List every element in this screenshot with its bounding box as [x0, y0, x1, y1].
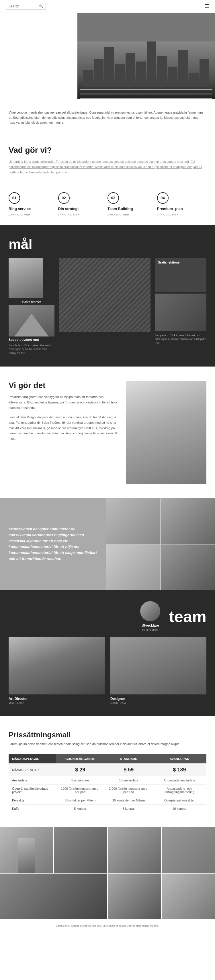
search-icon: 🔍 [39, 4, 43, 8]
team-name-1: Mike Larson [9, 702, 104, 705]
feature-title-1: Ring service [9, 207, 53, 211]
mal-col1: Bästa teamet Support dygnet runt Sample … [9, 258, 55, 355]
gallery-figure-1 [18, 838, 35, 873]
mal-col2 [59, 258, 151, 355]
price-row: MÅNADSPENGAR $ 29 $ 59 $ 139 [9, 764, 206, 776]
gallery-cell-7 [162, 873, 215, 919]
developer-role: Utvecklare [140, 624, 160, 627]
man-photo [9, 637, 104, 694]
feature-num-1: 01 [9, 192, 20, 204]
row2-v1: 1000 förfrågningssvar an o-per pod [56, 784, 105, 796]
feature-num-3: 03 [108, 192, 119, 204]
vad-title: Vad gör vi? [9, 146, 206, 155]
row4-v2: 8 koppar [105, 805, 152, 813]
pricing-col-2: STANDARD [105, 754, 152, 764]
vad-desc-text: Ut porttitor leo a diam sollicitudin. Tu… [9, 160, 202, 174]
team-section: Utvecklare Paul Hudson team Art Director… [0, 590, 215, 716]
gallery-cell-2 [54, 827, 107, 873]
feature-item-3: 03 Team Building LÄRA DIG MER [108, 192, 157, 216]
gallery-cell-5 [0, 873, 107, 919]
search-input[interactable] [8, 4, 39, 8]
pricing-col-1: GRUNDLÄGGANDE [56, 754, 105, 764]
feature-title-4: Premium -plan [157, 207, 201, 211]
mal-col3: Gratis lektioner Sample text. Click to s… [155, 258, 206, 355]
gratis-label: Gratis lektioner [158, 261, 204, 264]
row1-v2: 10 användare [105, 776, 152, 784]
collage-cell-3 [106, 544, 160, 590]
pricing-section: Prissättningsmall Lorem ipsum dolor sit … [0, 716, 215, 827]
price-val-3: $ 139 [152, 764, 206, 776]
collage-cell-4 [161, 544, 215, 590]
hero-image [77, 13, 215, 99]
team-header: Utvecklare Paul Hudson team [9, 601, 206, 632]
vi-title: Vi gör det [9, 381, 120, 390]
price-label: MÅNADSPENGAR [9, 764, 56, 776]
feature-title-3: Team Building [108, 207, 151, 211]
row1-v3: Anpassade användare [152, 776, 206, 784]
footer-gallery [0, 827, 215, 919]
row4-label: Kaffe [9, 805, 56, 813]
feature-link-2[interactable]: LÄRA DIG MER [58, 213, 102, 216]
row3-v1: 5 kontakter per Måern [56, 796, 105, 805]
team-members-row: Art Director Mike Larson Designer Nadin … [9, 637, 206, 705]
building [147, 41, 157, 87]
developer-info: Utvecklare Paul Hudson [140, 601, 160, 632]
team-role-1: Art Director [9, 697, 104, 701]
team-role-2: Designer [111, 697, 206, 701]
row2-label: Obegränsat återskyddade projekt [9, 784, 56, 796]
building [199, 59, 209, 87]
collage-left: Professionell designer kombinerar de kon… [0, 498, 106, 590]
row3-v2: 25 kontakter per Måern [105, 796, 152, 805]
pricing-col-label: MÅNADSPENGAR [9, 754, 56, 764]
feature-link-4[interactable]: LÄRA DIG MER [157, 213, 201, 216]
table-row: Kaffe 5 koppar 8 koppar 10 koppar [9, 805, 206, 813]
pricing-desc: Lorem ipsum dolor sit amet, consectetur … [9, 742, 206, 746]
pricing-table: MÅNADSPENGAR GRUNDLÄGGANDE STANDARD AVAN… [9, 754, 206, 813]
vi-photo [126, 381, 206, 484]
feature-link-1[interactable]: LÄRA DIG MER [9, 213, 53, 216]
table-row: Obegränsat återskyddade projekt 1000 för… [9, 784, 206, 796]
hamburger-icon[interactable]: ☰ [205, 3, 209, 10]
row4-v1: 5 koppar [56, 805, 105, 813]
building [104, 47, 114, 87]
pricing-title: Prissättningsmall [9, 730, 206, 739]
buildings [77, 36, 215, 87]
developer-photo [140, 601, 160, 621]
gallery-cell-1 [0, 827, 53, 873]
mal-title: mål [9, 236, 206, 252]
building [125, 53, 135, 87]
gallery-cell-6 [108, 873, 161, 919]
vi-section: Vi gör det Praktiska färdigheter och ver… [0, 366, 215, 498]
feature-item-1: 01 Ring service LÄRA DIG MER [9, 192, 58, 216]
row2-v2: 2 000 förfrågningssvar an e-per pod [105, 784, 152, 796]
feature-link-3[interactable]: LÄRA DIG MER [108, 213, 151, 216]
search-bar[interactable]: 🔍 [6, 3, 46, 10]
features-row: 01 Ring service LÄRA DIG MER 02 Din stra… [0, 189, 215, 225]
building [94, 59, 103, 87]
vad-desc: Ut porttitor leo a diam sollicitudin. Tu… [9, 159, 206, 175]
team-card-1: Art Director Mike Larson [9, 637, 104, 705]
woman-photo [126, 381, 206, 484]
gallery-cell-3 [108, 827, 161, 873]
price-val-2: $ 59 [105, 764, 152, 776]
team-card-photo-2 [111, 637, 206, 694]
feature-num-2: 02 [58, 192, 70, 204]
collage-section: Professionell designer kombinerar de kon… [0, 498, 215, 590]
feature-num-4: 04 [157, 192, 168, 204]
vad-section: Vad gör vi? Ut porttitor leo a diam soll… [0, 137, 215, 189]
building [168, 67, 177, 87]
building [83, 70, 93, 87]
basta-teamet-label: Bästa teamet [9, 300, 55, 304]
collage-text: Professionell designer kombinerar de kon… [9, 526, 98, 562]
row3-label: Kontakter [9, 796, 56, 805]
team-card-photo-1 [9, 637, 104, 694]
support-area: Support dygnet runt Sample text. Click t… [9, 305, 55, 355]
intro-section: Vitae congue mauris rhoncus aenean vel e… [0, 99, 215, 137]
building [178, 50, 188, 87]
price-val-1: $ 29 [56, 764, 105, 776]
mountain-box [9, 305, 55, 336]
row1-label: Användare [9, 776, 56, 784]
team-card-2: Designer Nadin Scave [111, 637, 206, 705]
building [157, 56, 167, 87]
building [115, 64, 125, 87]
